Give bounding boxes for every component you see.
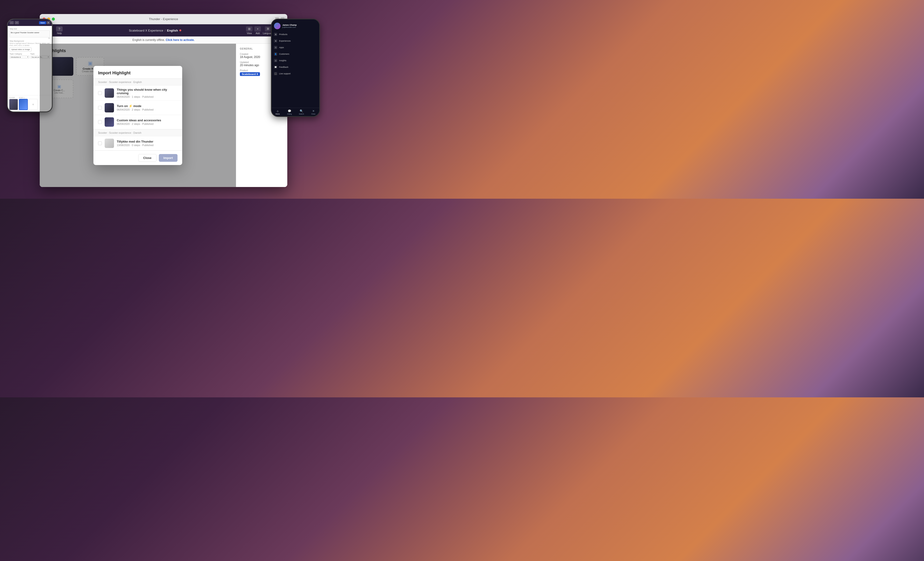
phone-back-btn[interactable]: ‹: [10, 21, 14, 24]
thumb-0: [105, 88, 114, 98]
browser-window: Thunder - Experience ‹ Back ? Help Scate…: [40, 14, 287, 187]
import-button[interactable]: Import: [159, 154, 177, 162]
char-count: 29: [10, 38, 50, 39]
add-icon: +: [254, 26, 261, 32]
item-title-danish-0: Tillykke med din Thunder: [117, 140, 177, 143]
activate-link[interactable]: Click here to activate.: [166, 38, 195, 42]
phone-help-btn[interactable]: ?: [15, 21, 19, 24]
close-tab-label: Close: [311, 113, 315, 115]
customers-icon: 👤: [274, 53, 277, 56]
notification-bar: English is currently offline. Click here…: [40, 36, 287, 44]
bottom-tab-search[interactable]: 🔍 Search: [296, 110, 308, 115]
step1-thumb-container: STEP 1: [19, 97, 28, 110]
bottom-tab-dialog[interactable]: 💬 Dialog: [284, 110, 296, 115]
view-icon: ⊞: [246, 26, 252, 32]
close-tab-icon: ✕: [312, 110, 315, 113]
thumb-1: [105, 103, 114, 113]
modal-footer: Close Import: [93, 150, 182, 165]
checkbox-danish-0[interactable]: [98, 141, 102, 145]
modal-header: Import Highlight: [93, 66, 182, 78]
nav-item-insights[interactable]: ◎ Insights: [272, 57, 319, 64]
item-info-1: Turn on ⚡ mode 06/04/2020 · 2 steps · Pu…: [117, 104, 177, 111]
breadcrumb-separator: /: [165, 29, 166, 32]
phone-right-bottom-tabs: ⌂ Home 💬 Dialog 🔍 Search ✕ Close: [272, 108, 319, 116]
help-button[interactable]: ? Help: [55, 26, 64, 35]
modal-title: Import Highlight: [98, 71, 177, 75]
canvas-area: Highlights ▣ Create Hig... Create new or…: [40, 44, 236, 187]
add-button[interactable]: + Add: [254, 26, 261, 35]
products-icon: ⊞: [274, 33, 277, 36]
step1-label: STEP 1: [19, 97, 28, 98]
item-info-2: Custom ideas and accessories 06/04/2020 …: [117, 119, 177, 125]
dialog-tab-label: Dialog: [287, 113, 292, 115]
item-title-2: Custom ideas and accessories: [117, 119, 177, 122]
group-english-header: Scooter · Scooter experience · English: [93, 78, 182, 86]
notification-text: English is currently offline.: [132, 38, 166, 42]
fullscreen-button[interactable]: [52, 18, 55, 21]
dialog-icon: 💬: [288, 110, 291, 113]
main-content: Highlights ▣ Create Hig... Create new or…: [40, 44, 287, 187]
list-item-0[interactable]: Things you should know when city cruisin…: [93, 86, 182, 101]
nav-label-feedback: Feedback: [279, 66, 288, 68]
topic-cat-col: Topic Category Introduction & ▾: [10, 53, 29, 59]
home-icon: ⌂: [277, 110, 278, 113]
bottom-tab-close[interactable]: ✕ Close: [308, 110, 319, 115]
nav-label-live-support: Live support: [279, 72, 291, 75]
nav-item-feedback[interactable]: 💬 Feedback: [272, 64, 319, 70]
breadcrumb: Scateboard X Experience / English: [67, 29, 243, 32]
checkbox-2[interactable]: [98, 120, 102, 124]
experiences-icon: ★: [274, 39, 277, 42]
user-name: James Champ: [282, 24, 317, 26]
item-meta-1: 06/04/2020 · 2 steps · Published: [117, 108, 177, 111]
modal-overlay[interactable]: Import Highlight Scooter · Scooter exper…: [40, 44, 236, 187]
phone-right-screen: James Champ jc@thunder.com ⊞ Products ★ …: [272, 20, 319, 116]
upload-video-image-button[interactable]: Upload video or image: [10, 47, 32, 51]
window-title: Thunder - Experience: [149, 17, 178, 21]
nav-item-experiences[interactable]: ★ Experiences: [272, 38, 319, 44]
nav-item-customers[interactable]: 👤 Customers: [272, 51, 319, 57]
user-email: jc@thunder.com: [282, 26, 317, 28]
search-tab-label: Search: [299, 113, 304, 115]
phone-save-button[interactable]: Save: [39, 21, 46, 24]
item-meta-2: 06/04/2020 · 2 steps · Published: [117, 122, 177, 125]
nav-label-apps: Apps: [279, 46, 284, 49]
group-danish-header: Scooter · Scooter experience · Danish: [93, 129, 182, 136]
view-button[interactable]: ⊞ View: [246, 26, 252, 35]
list-item-danish-0[interactable]: Tillykke med din Thunder 13/08/2020 · 0 …: [93, 136, 182, 150]
close-button[interactable]: Close: [138, 154, 156, 162]
checkbox-0[interactable]: [98, 91, 102, 95]
step-bg-label: Step Background: [10, 40, 50, 42]
live-support-icon: 🎧: [274, 72, 277, 75]
product-badge[interactable]: Scateboard X: [240, 72, 260, 76]
help-icon: ?: [56, 26, 63, 32]
language-icon: ⌘: [265, 26, 272, 32]
topic-cat-label: Topic Category: [10, 53, 29, 55]
bottom-tab-home[interactable]: ⌂ Home: [272, 110, 284, 115]
topic-cat-select[interactable]: Introduction & ▾: [10, 56, 29, 59]
nav-item-products[interactable]: ⊞ Products: [272, 31, 319, 38]
step1-thumbnail[interactable]: [19, 99, 28, 110]
apps-icon: ⊡: [274, 46, 277, 49]
offline-status-dot: [179, 29, 181, 31]
checkbox-1[interactable]: [98, 106, 102, 110]
item-title-1: Turn on ⚡ mode: [117, 104, 177, 108]
thumb-2: [105, 117, 114, 127]
import-highlight-modal: Import Highlight Scooter · Scooter exper…: [93, 66, 182, 165]
insights-icon: ◎: [274, 59, 277, 62]
item-info-danish-0: Tillykke med din Thunder 13/08/2020 · 0 …: [117, 140, 177, 147]
home-tab-label: Home: [275, 113, 280, 115]
nav-item-live-support[interactable]: 🎧 Live support: [272, 70, 319, 77]
nav-label-products: Products: [279, 33, 288, 36]
phone-save-dropdown[interactable]: ▼: [47, 21, 50, 24]
app-toolbar: ‹ Back ? Help Scateboard X Experience / …: [40, 24, 287, 36]
breadcrumb-part1: Scateboard X Experience: [129, 29, 163, 32]
list-item-1[interactable]: Turn on ⚡ mode 06/04/2020 · 2 steps · Pu…: [93, 101, 182, 115]
list-item-2[interactable]: Custom ideas and accessories 06/04/2020 …: [93, 115, 182, 129]
step-text-input[interactable]: Be a good Thunder Scooter owner: [10, 30, 50, 38]
step-text-label: Step text: [10, 28, 50, 30]
cover-thumbnail[interactable]: [9, 99, 18, 110]
nav-list: ⊞ Products ★ Experiences ⊡ Apps 👤 Custom…: [272, 31, 319, 108]
item-title-0: Things you should know when city cruisin…: [117, 88, 177, 95]
nav-item-apps[interactable]: ⊡ Apps: [272, 44, 319, 51]
add-step-button[interactable]: +: [29, 99, 38, 110]
